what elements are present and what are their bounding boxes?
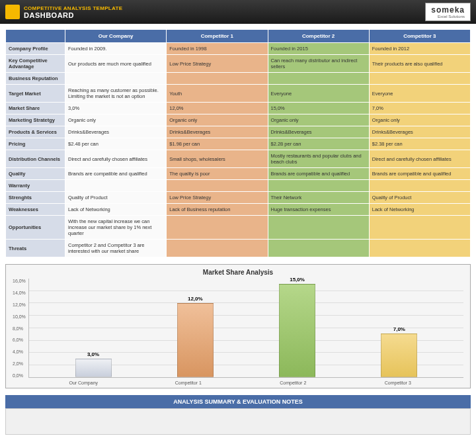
table-row: ThreatsCompetitor 2 and Competitor 3 are… [6,240,471,257]
cell[interactable] [167,73,268,85]
cell[interactable]: The quality is poor [167,168,268,180]
table-row: Business Reputation [6,73,471,85]
chart-yaxis: 0,0%2,0%4,0%6,0%8,0%10,0%12,0%14,0%16,0% [13,279,28,378]
cell[interactable]: 7,0% [369,103,470,114]
cell[interactable]: Drinks&Beverages [369,126,470,138]
analysis-notes-area[interactable] [5,408,471,435]
cell[interactable]: Mostly restaurants and popular clubs and… [268,150,369,168]
cell[interactable]: 3,0% [65,103,167,114]
cell[interactable]: Brands are compatible and qualified [268,168,369,180]
cell[interactable] [167,180,268,192]
cell[interactable]: $2.28 per can [268,138,369,150]
cell[interactable]: Everyone [268,85,369,103]
row-header: Distribution Channels [6,150,65,168]
xtick-label: Competitor 3 [378,381,418,385]
cell[interactable]: Direct and carefully chosen affiliates [65,150,167,168]
cell[interactable]: Lack of Business reputation [167,204,268,216]
row-header: Pricing [6,138,65,150]
analysis-summary-header: ANALYSIS SUMMARY & EVALUATION NOTES [5,395,471,408]
cell[interactable] [369,240,470,257]
cell[interactable] [167,216,268,240]
ytick-label: 12,0% [13,302,26,307]
brand-logo: someka Excel Solutions [425,3,471,21]
cell[interactable] [65,180,167,192]
row-header: Opportunities [6,216,65,240]
cell[interactable]: Lack of Networking [65,204,167,216]
cell[interactable]: Youth [167,85,268,103]
cell[interactable]: Quality of Product [65,192,167,204]
cell[interactable]: Brands are compatible and qualified [65,168,167,180]
cell[interactable]: Organic only [369,114,470,126]
cell[interactable]: Small shops, wholesalers [167,150,268,168]
cell[interactable]: Drinks&Beverages [65,126,167,138]
cell[interactable] [369,180,470,192]
bar-wrap: 7,0% [379,326,419,377]
cell[interactable]: 12,0% [167,103,268,114]
cell[interactable] [167,240,268,257]
column-header: Competitor 2 [268,30,369,43]
cell[interactable] [268,240,369,257]
table-row: OpportunitiesWith the new capital increa… [6,216,471,240]
row-header: Weaknesses [6,204,65,216]
cell[interactable]: Lack of Networking [369,204,470,216]
cell[interactable]: Direct and carefully chosen affiliates [369,150,470,168]
cell[interactable]: Their Network [268,192,369,204]
bar-wrap: 3,0% [73,351,113,377]
cell[interactable]: Huge transaction expenses [268,204,369,216]
cell[interactable]: Low Price Strategy [167,192,268,204]
cell[interactable]: 15,0% [268,103,369,114]
template-title: COMPETITIVE ANALYSIS TEMPLATE [24,5,122,11]
cell[interactable]: Drinks&Beverages [167,126,268,138]
cell[interactable] [369,73,470,85]
bar-wrap: 12,0% [175,296,215,378]
ytick-label: 10,0% [13,314,26,319]
cell[interactable] [268,216,369,240]
cell[interactable]: Competitor 2 and Competitor 3 are intere… [65,240,167,257]
cell[interactable]: Low Price Strategy [167,55,268,73]
cell[interactable]: $1.98 per can [167,138,268,150]
xtick-label: Our Company [63,381,103,385]
row-header: Quality [6,168,65,180]
cell[interactable]: $2.48 per can [65,138,167,150]
cell[interactable]: $2.38 per can [369,138,470,150]
brand-subtitle: Excel Solutions [438,15,465,19]
cell[interactable] [65,73,167,85]
ytick-label: 0,0% [13,373,26,378]
cell[interactable]: Organic only [268,114,369,126]
bar [381,334,417,377]
cell[interactable]: Brands are compatible and qualified [369,168,470,180]
cell[interactable] [369,216,470,240]
cell[interactable]: Their products are also qualified [369,55,470,73]
cell[interactable]: Quality of Product [369,192,470,204]
cell[interactable] [268,180,369,192]
cell[interactable]: Founded in 2015 [268,43,369,55]
bar-wrap: 15,0% [278,277,317,377]
cell[interactable]: Organic only [65,114,167,126]
ytick-label: 16,0% [13,279,26,283]
cell[interactable]: Can reach many distributor and indirect … [268,55,369,73]
cell[interactable]: Reaching as many customer as possible. L… [65,85,167,103]
table-row: Pricing$2.48 per can$1.98 per can$2.28 p… [6,138,471,150]
cell[interactable] [268,73,369,85]
cell[interactable]: Everyone [369,85,470,103]
brand-name: someka [431,5,465,15]
bar-value-label: 15,0% [290,277,305,283]
ytick-label: 4,0% [13,349,26,354]
cell[interactable]: Founded in 2012 [369,43,470,55]
table-row: StrenghtsQuality of ProductLow Price Str… [6,192,471,204]
cell[interactable]: Founded in 2009. [65,43,167,55]
cell[interactable]: Drinks&Beverages [268,126,369,138]
cell[interactable]: With the new capital increase we can inc… [65,216,167,240]
header-left: COMPETITIVE ANALYSIS TEMPLATE DASHBOARD [5,5,122,19]
cell[interactable]: Founded in 1998 [167,43,268,55]
chart-plot-area: 3,0%12,0%15,0%7,0% [28,279,463,378]
cell[interactable]: Our products are much more qualified [65,55,167,73]
bar-value-label: 3,0% [87,351,99,357]
cell[interactable]: Organic only [167,114,268,126]
column-header: Competitor 3 [369,30,470,43]
bar-value-label: 7,0% [393,326,405,332]
market-share-chart: Market Share Analysis 0,0%2,0%4,0%6,0%8,… [5,264,471,388]
competitive-analysis-table: Our CompanyCompetitor 1Competitor 2Compe… [5,29,471,257]
row-header: Company Profile [6,43,65,55]
table-row: WeaknessesLack of NetworkingLack of Busi… [6,204,471,216]
